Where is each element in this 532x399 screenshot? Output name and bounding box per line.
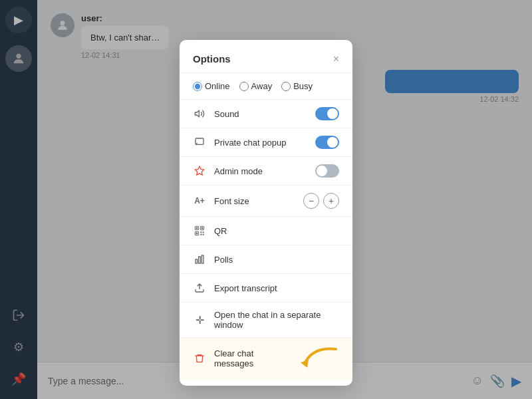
open-separate-icon: ✛ [193,313,206,327]
svg-rect-14 [199,257,201,263]
polls-label: Polls [214,255,339,265]
private-chat-toggle[interactable] [315,136,339,149]
font-size-icon: A+ [193,194,206,207]
status-busy-label[interactable]: Busy [281,81,313,91]
clear-chat-icon [193,352,206,365]
svg-rect-15 [201,255,203,263]
status-away-text: Away [251,81,273,91]
admin-mode-toggle-knob [317,166,327,176]
status-away-radio[interactable] [239,82,249,91]
font-size-label: Font size [214,196,295,206]
open-separate-label: Open the chat in a separate window [214,310,339,330]
admin-mode-toggle[interactable] [315,164,339,178]
sound-toggle[interactable] [315,107,339,120]
svg-rect-4 [196,227,198,229]
modal-overlay: Options × Online Away Busy Sound [0,0,532,399]
modal-close-button[interactable]: × [333,54,339,65]
qr-icon [193,224,206,237]
export-label: Export transcript [214,283,339,293]
status-online-radio[interactable] [193,82,202,91]
svg-rect-12 [203,234,204,235]
modal-title: Options [193,53,231,65]
option-admin-mode[interactable]: Admin mode [180,157,352,186]
svg-rect-9 [200,231,201,233]
option-qr[interactable]: QR [180,217,352,245]
status-online-text: Online [205,81,230,91]
svg-rect-13 [196,259,198,263]
arrow-annotation-container [299,345,339,372]
option-export-transcript[interactable]: Export transcript [180,274,352,303]
option-open-separate[interactable]: ✛ Open the chat in a separate window [180,303,352,338]
svg-rect-10 [203,231,204,233]
status-row: Online Away Busy [180,73,352,100]
private-chat-label: Private chat popup [214,138,307,148]
svg-rect-11 [200,234,201,235]
status-away-label[interactable]: Away [239,81,273,91]
export-icon [193,281,206,295]
private-chat-icon [193,136,206,149]
svg-rect-8 [196,233,198,235]
option-sound[interactable]: Sound [180,100,352,128]
sound-icon [193,107,206,120]
options-modal: Options × Online Away Busy Sound [180,40,352,386]
clear-chat-label: Clear chat messages [214,348,291,368]
option-private-chat[interactable]: Private chat popup [180,128,352,157]
private-chat-toggle-knob [327,137,338,148]
sound-label: Sound [214,109,307,119]
option-polls[interactable]: Polls [180,245,352,274]
svg-rect-6 [201,227,203,229]
font-size-increase-button[interactable]: + [323,193,339,209]
status-busy-radio[interactable] [281,82,291,91]
polls-icon [193,253,206,266]
option-font-size[interactable]: A+ Font size − + [180,186,352,217]
sound-toggle-knob [327,108,338,119]
modal-header: Options × [180,53,352,73]
status-busy-text: Busy [293,81,313,91]
admin-mode-icon [193,164,206,178]
option-clear-chat[interactable]: Clear chat messages [180,338,352,379]
status-online-label[interactable]: Online [193,81,230,91]
qr-label: QR [214,226,339,236]
font-size-controls: − + [303,193,339,209]
arrow-svg [299,345,339,369]
admin-mode-label: Admin mode [214,166,307,176]
font-size-decrease-button[interactable]: − [303,193,319,209]
